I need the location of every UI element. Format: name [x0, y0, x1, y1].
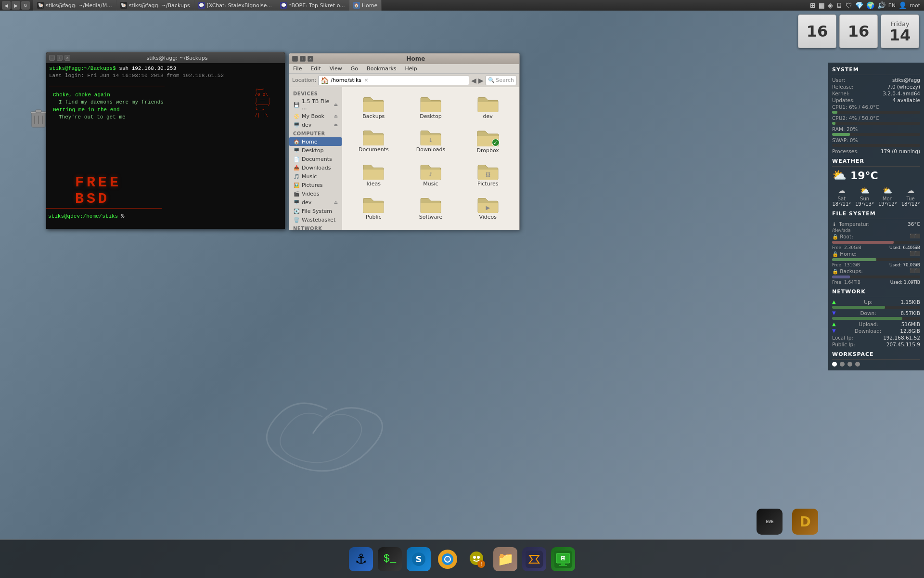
net-down-bar — [832, 317, 920, 320]
fm-search-box[interactable]: 🔍 Search — [486, 76, 516, 85]
fm-sidebar-videos[interactable]: 🎬 Videos — [289, 189, 342, 198]
fm-sidebar-filesystem[interactable]: 💽 File System — [289, 207, 342, 215]
fm-sidebar-documents[interactable]: 📄 Documents — [289, 155, 342, 163]
fm-location-bar[interactable]: 🏠 /home/stiks ✕ — [318, 76, 469, 85]
fm-icon-backups[interactable]: Backups — [346, 91, 401, 122]
fm-sidebar-home[interactable]: 🏠 Home — [289, 137, 342, 146]
fm-sidebar-pictures[interactable]: 🖼️ Pictures — [289, 181, 342, 189]
workspace-dot-3[interactable] — [847, 362, 852, 367]
workspace-dot-1[interactable] — [832, 362, 837, 367]
dock-skype-icon: S — [407, 547, 431, 571]
tray-shield-icon[interactable]: 🛡 — [846, 1, 852, 9]
dock-skype[interactable]: S — [406, 546, 432, 572]
tray-grid-icon[interactable]: ▦ — [819, 1, 825, 9]
tray-display-icon[interactable]: 🖥 — [836, 1, 843, 9]
fm-icon-public[interactable]: Public — [346, 192, 401, 223]
fm-sidebar-mybook[interactable]: 📀 My Book ⏏ — [289, 112, 342, 120]
fm-icon-music[interactable]: ♪ Music — [403, 158, 459, 190]
svg-text:▶: ▶ — [486, 204, 490, 211]
fm-menu-edit[interactable]: Edit — [308, 66, 322, 72]
fm-menu-view[interactable]: View — [328, 66, 344, 72]
fm-sidebar-downloads[interactable]: 📥 Downloads — [289, 163, 342, 172]
dock-files[interactable]: 📁 — [492, 546, 518, 572]
clock-widget: 16 16 Friday 14 — [798, 14, 919, 48]
taskbar-nav-back[interactable]: ◀ — [2, 1, 11, 10]
svg-point-20 — [477, 556, 480, 559]
dock: ⚓ $_ S ! — [0, 539, 924, 578]
fm-eject-mybook[interactable]: ⏏ — [334, 114, 338, 118]
tray-volume-icon[interactable]: 🔊 — [877, 1, 886, 9]
fm-sidebar-dev1[interactable]: 🖥️ dev ⏏ — [289, 120, 342, 129]
dock-pidgin[interactable]: ! — [463, 546, 489, 572]
dock-chrome-icon — [436, 547, 460, 571]
dock-remmina[interactable]: ⊞ — [550, 546, 576, 572]
fm-minimize[interactable]: − — [292, 56, 298, 62]
terminal-close[interactable]: × — [64, 55, 70, 61]
system-section-title: SYSTEM — [832, 66, 920, 73]
taskbar-nav-forward[interactable]: ▶ — [12, 1, 20, 10]
cpu1-line: CPU1: 6% / 46.0°C — [832, 104, 920, 110]
taskbar-refresh[interactable]: ↻ — [21, 1, 30, 10]
net-down-line: ▼ Down: 8.57KiB — [832, 310, 920, 316]
fm-sidebar-1tb[interactable]: 💾 1.5 TB File ... ⏏ — [289, 97, 342, 112]
fm-menu-file[interactable]: File — [291, 66, 304, 72]
dock-sublime[interactable] — [521, 546, 547, 572]
fm-icon-desktop[interactable]: Desktop — [403, 91, 459, 122]
fs-root-bar-fill — [832, 241, 894, 244]
tray-window-icon[interactable]: ⊞ — [810, 1, 816, 9]
fm-sidebar-home-icon: 🏠 — [293, 138, 300, 145]
fm-icon-videos[interactable]: ▶ Videos — [460, 192, 515, 223]
fm-location-clear[interactable]: ✕ — [364, 78, 368, 83]
workspace-dot-2[interactable] — [840, 362, 845, 367]
fm-icon-downloads[interactable]: ↓ Downloads — [403, 124, 459, 157]
fm-menu-go[interactable]: Go — [349, 66, 360, 72]
tab-xchat[interactable]: 💬 [XChat: StalexBignoise... — [194, 0, 276, 11]
fm-icon-pictures[interactable]: 🖼 Pictures — [460, 158, 515, 190]
swap-line: SWAP: 0% — [832, 137, 920, 143]
fm-sidebar-music[interactable]: 🎵 Music — [289, 172, 342, 181]
fm-sidebar-mybook-icon: 📀 — [293, 113, 300, 119]
tray-earth-icon[interactable]: 🌍 — [866, 1, 874, 9]
fm-sidebar-music-icon: 🎵 — [293, 173, 300, 180]
tray-prism-icon[interactable]: ◈ — [828, 1, 833, 9]
fm-menu-help[interactable]: Help — [403, 66, 419, 72]
tab-bope[interactable]: 💬 *BOPE: Top Sikret o... — [276, 0, 349, 11]
fm-eject-dev2[interactable]: ⏏ — [334, 200, 338, 205]
dock-terminal[interactable]: $_ — [377, 546, 403, 572]
fm-icon-software[interactable]: Software — [403, 192, 459, 223]
svg-text:⊞: ⊞ — [561, 555, 565, 562]
workspace-dot-4[interactable] — [855, 362, 860, 367]
fm-toolbar: Location: 🏠 /home/stiks ✕ ◀ ▶ 🔍 Search — [289, 74, 519, 87]
fm-icon-documents[interactable]: Documents — [346, 124, 401, 157]
dock-anchor[interactable]: ⚓ — [348, 546, 374, 572]
fm-icon-dropbox[interactable]: ✓ Dropbox — [460, 124, 515, 157]
tray-lang[interactable]: EN — [888, 2, 896, 9]
fm-sidebar-wastebasket-icon: 🗑️ — [293, 216, 300, 223]
terminal-body[interactable]: stiks@fagg:~/Backups$ ssh 192.168.30.253… — [46, 63, 285, 229]
fm-menu-bookmarks[interactable]: Bookmarks — [365, 66, 398, 72]
dock-chrome[interactable] — [435, 546, 461, 572]
terminal-minimize[interactable]: − — [49, 55, 55, 61]
eve-online-icon[interactable]: EVE — [757, 509, 783, 535]
tab-home[interactable]: 🏠 Home — [349, 0, 382, 11]
fm-close[interactable]: × — [308, 56, 313, 62]
fm-eject-1tb[interactable]: ⏏ — [334, 102, 338, 107]
fm-nav-back[interactable]: ◀ — [471, 77, 476, 84]
fs-temp-line: 🌡 Temperatur: 36°C — [832, 221, 920, 227]
fm-sidebar-dev2[interactable]: 🖥️ dev ⏏ — [289, 198, 342, 207]
tray-gem-icon[interactable]: 💎 — [855, 1, 863, 9]
fm-icon-dev[interactable]: dev — [460, 91, 515, 122]
fm-eject-dev1[interactable]: ⏏ — [334, 122, 338, 127]
fm-sidebar-desktop[interactable]: 🖥️ Desktop — [289, 146, 342, 155]
fm-sidebar-wastebasket[interactable]: 🗑️ Wastebasket — [289, 215, 342, 224]
fm-nav-forward[interactable]: ▶ — [478, 77, 484, 84]
release-line: Release: 7.0 (wheezy) — [832, 84, 920, 90]
fs-temp-dev: /dev/sda — [832, 228, 920, 233]
fm-icon-ideas[interactable]: Ideas — [346, 158, 401, 190]
diablo-icon[interactable]: D — [792, 509, 818, 535]
tab-backups-media[interactable]: 🐚 stiks@fagg: ~/Media/M... — [33, 0, 116, 11]
tray-user-icon[interactable]: 👤 — [898, 1, 907, 9]
fm-maximize[interactable]: + — [300, 56, 306, 62]
tab-backups[interactable]: 🐚 stiks@fagg: ~/Backups — [116, 0, 194, 11]
terminal-maximize[interactable]: + — [57, 55, 63, 61]
